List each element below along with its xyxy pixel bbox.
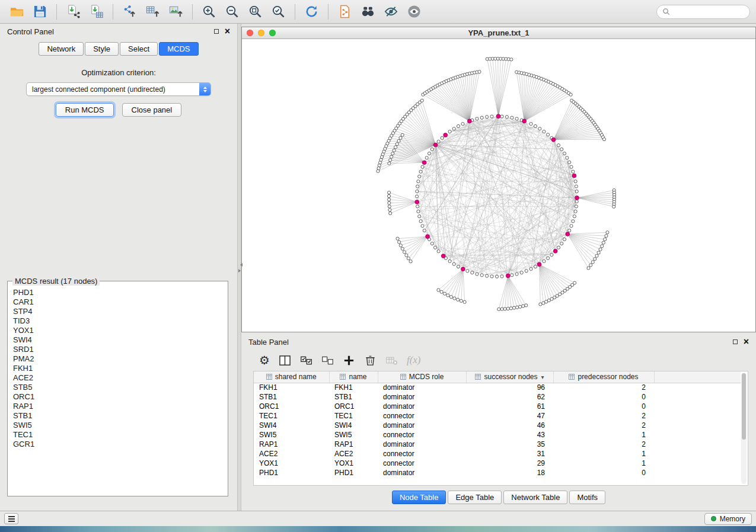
table-cell-mcds_role[interactable]: connector — [378, 449, 466, 459]
tab-network-table[interactable]: Network Table — [503, 491, 567, 504]
table-cell-name[interactable]: ORC1 — [329, 402, 378, 411]
mcds-result-item[interactable]: ACE2 — [9, 373, 226, 383]
table-cell-successor_nodes[interactable]: 35 — [466, 440, 553, 449]
mcds-result-item[interactable]: STB1 — [9, 411, 226, 421]
table-cell-shared_name[interactable]: YOX1 — [254, 459, 329, 468]
close-window-button[interactable] — [247, 30, 253, 36]
table-cell-mcds_role[interactable]: dominator — [378, 383, 466, 392]
table-cell-shared_name[interactable]: TEC1 — [254, 411, 329, 421]
table-cell-shared_name[interactable]: PHD1 — [254, 468, 329, 477]
mcds-result-item[interactable]: PMA2 — [9, 354, 226, 364]
table-cell-name[interactable]: PHD1 — [329, 468, 378, 477]
table-row[interactable]: FKH1FKH1dominator962 — [254, 383, 741, 392]
table-cell-shared_name[interactable]: SWI5 — [254, 430, 329, 440]
first-neighbors-button[interactable] — [334, 2, 356, 21]
tab-node-table[interactable]: Node Table — [392, 491, 446, 504]
show-columns-button[interactable] — [279, 354, 291, 367]
search-network-button[interactable] — [357, 2, 379, 21]
memory-button[interactable]: Memory — [704, 513, 752, 525]
table-cell-shared_name[interactable]: SWI4 — [254, 421, 329, 430]
column-header-successor-nodes[interactable]: successor nodes▾ — [466, 371, 553, 383]
table-cell-name[interactable]: SWI4 — [329, 421, 378, 430]
export-table-button[interactable] — [142, 2, 164, 21]
table-cell-predecessor_nodes[interactable]: 2 — [553, 411, 654, 421]
mcds-result-item[interactable]: SWI4 — [9, 335, 226, 345]
table-cell-predecessor_nodes[interactable]: 1 — [553, 459, 654, 468]
table-cell-predecessor_nodes[interactable]: 0 — [553, 402, 654, 411]
table-cell-mcds_role[interactable]: dominator — [378, 468, 466, 477]
mcds-result-item[interactable]: FKH1 — [9, 364, 226, 373]
column-header-name[interactable]: name — [329, 371, 378, 383]
table-cell-predecessor_nodes[interactable]: 0 — [553, 392, 654, 402]
table-cell-successor_nodes[interactable]: 61 — [466, 402, 553, 411]
float-panel-icon[interactable] — [733, 339, 738, 344]
table-cell-predecessor_nodes[interactable]: 2 — [553, 440, 654, 449]
import-network-button[interactable] — [62, 2, 84, 21]
table-cell-name[interactable]: RAP1 — [329, 440, 378, 449]
column-header-MCDS-role[interactable]: MCDS role — [378, 371, 466, 383]
network-graph[interactable] — [242, 39, 755, 332]
table-cell-predecessor_nodes[interactable]: 2 — [553, 421, 654, 430]
mcds-result-item[interactable]: GCR1 — [9, 440, 226, 449]
optimization-criterion-select[interactable]: largest connected component (undirected) — [26, 82, 211, 96]
zoom-out-button[interactable] — [221, 2, 243, 21]
deselect-all-button[interactable] — [321, 354, 334, 367]
close-panel-icon[interactable]: × — [225, 28, 230, 35]
table-settings-button[interactable]: ⚙ — [259, 354, 270, 366]
close-panel-button[interactable]: Close panel — [122, 103, 182, 117]
table-cell-successor_nodes[interactable]: 46 — [466, 421, 553, 430]
refresh-button[interactable] — [301, 2, 323, 21]
menu-button[interactable] — [4, 513, 18, 524]
table-cell-name[interactable]: FKH1 — [329, 383, 378, 392]
table-cell-shared_name[interactable]: ACE2 — [254, 449, 329, 459]
tab-network[interactable]: Network — [39, 42, 84, 56]
zoom-window-button[interactable] — [269, 30, 276, 36]
mcds-result-item[interactable]: STB5 — [9, 383, 226, 392]
table-row[interactable]: TEC1TEC1connector472 — [254, 411, 741, 421]
open-file-button[interactable] — [6, 2, 28, 21]
clear-table-button[interactable] — [385, 354, 398, 367]
export-network-button[interactable] — [119, 2, 141, 21]
delete-columns-button[interactable] — [364, 354, 377, 367]
table-row[interactable]: ACE2ACE2connector311 — [254, 449, 741, 459]
table-row[interactable]: ORC1ORC1dominator610 — [254, 402, 741, 411]
table-cell-predecessor_nodes[interactable]: 1 — [553, 430, 654, 440]
minimize-window-button[interactable] — [258, 30, 264, 36]
table-cell-successor_nodes[interactable]: 31 — [466, 449, 553, 459]
collapse-left-icon[interactable] — [238, 263, 243, 267]
scrollbar-thumb[interactable] — [742, 373, 746, 440]
table-cell-successor_nodes[interactable]: 47 — [466, 411, 553, 421]
mcds-result-item[interactable]: ORC1 — [9, 392, 226, 402]
run-mcds-button[interactable]: Run MCDS — [56, 103, 114, 117]
search-input[interactable] — [673, 8, 744, 16]
zoom-in-button[interactable] — [198, 2, 220, 21]
column-header-shared-name[interactable]: shared name — [254, 371, 329, 383]
table-row[interactable]: PHD1PHD1dominator180 — [254, 468, 741, 477]
table-cell-shared_name[interactable]: STB1 — [254, 392, 329, 402]
graphics-details-button[interactable] — [380, 2, 402, 21]
table-cell-predecessor_nodes[interactable]: 2 — [553, 383, 654, 392]
export-image-button[interactable] — [165, 2, 187, 21]
table-cell-predecessor_nodes[interactable]: 1 — [553, 449, 654, 459]
table-row[interactable]: YOX1YOX1connector291 — [254, 459, 741, 468]
table-cell-name[interactable]: ACE2 — [329, 449, 378, 459]
table-cell-mcds_role[interactable]: dominator — [378, 402, 466, 411]
table-cell-successor_nodes[interactable]: 62 — [466, 392, 553, 402]
close-panel-icon[interactable]: × — [744, 338, 749, 345]
zoom-selected-button[interactable] — [267, 2, 289, 21]
table-row[interactable]: STB1STB1dominator620 — [254, 392, 741, 402]
table-cell-name[interactable]: SWI5 — [329, 430, 378, 440]
mcds-result-item[interactable]: TEC1 — [9, 430, 226, 440]
table-cell-mcds_role[interactable]: dominator — [378, 440, 466, 449]
visibility-button[interactable] — [403, 2, 425, 21]
table-cell-mcds_role[interactable]: connector — [378, 459, 466, 468]
table-cell-successor_nodes[interactable]: 43 — [466, 430, 553, 440]
mcds-result-item[interactable]: TID3 — [9, 316, 226, 326]
function-builder-button[interactable]: f(x) — [407, 354, 421, 366]
table-cell-name[interactable]: TEC1 — [329, 411, 378, 421]
table-row[interactable]: SWI4SWI4dominator462 — [254, 421, 741, 430]
table-scrollbar[interactable] — [741, 373, 747, 484]
table-cell-mcds_role[interactable]: dominator — [378, 392, 466, 402]
mcds-result-item[interactable]: STP4 — [9, 307, 226, 316]
mcds-result-item[interactable]: CAR1 — [9, 297, 226, 307]
